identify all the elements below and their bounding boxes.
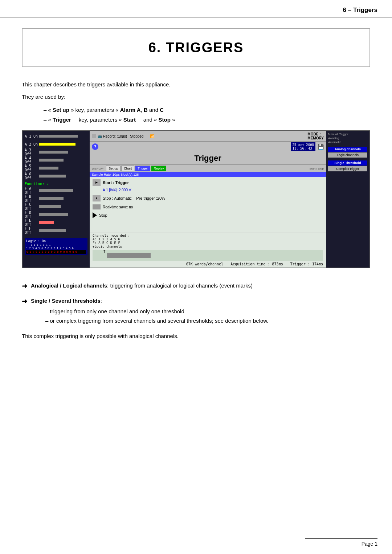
- wifi-icon: 📶: [150, 134, 154, 138]
- channel-label-a3: A 3 Off: [25, 148, 39, 156]
- right-panel: Manual: Trigger Awaiting Automatic Analo…: [326, 131, 369, 268]
- start-trigger-row: ▶ Start : Trigger: [93, 179, 323, 186]
- complex-trigger-button[interactable]: Complex trigger: [328, 166, 367, 171]
- intro-paragraph2: They are used by:: [22, 93, 370, 101]
- threshold-list: triggering from only one channel and onl…: [45, 307, 370, 325]
- single-threshold-button[interactable]: Single Threshold: [328, 160, 367, 166]
- analog-channels-button[interactable]: Analog channels: [328, 147, 367, 152]
- stop-icon: ■: [93, 195, 101, 201]
- section-text-1: Analogical / Logical channels: triggerin…: [31, 281, 253, 290]
- logic-numbers1: 1 1 1 1 1 1 1: [26, 244, 86, 247]
- stop-row: ■ Stop : Automatic Pre trigger :20%: [93, 195, 323, 201]
- section-thresholds: ➜ Single / Several thresholds: triggerin…: [22, 297, 370, 325]
- page-footer: Page 1: [305, 538, 377, 547]
- tab-setup[interactable]: Set up: [106, 166, 121, 171]
- tab-display-label: DISPLAY: [92, 167, 104, 170]
- threshold-list-item2: or complex triggering from several chann…: [45, 316, 370, 326]
- page-header: 6 – Triggers: [0, 0, 392, 17]
- channel-row-fb: F B Off: [25, 195, 87, 202]
- bottom-info: Channels recorded : A: 1 2 3 4 5 6 F: A …: [90, 232, 326, 268]
- top-bar: 📺 Record: (10µs) Stopped 📶 MODE :MEMORY: [90, 131, 326, 142]
- channel-bar-a3: [39, 150, 87, 154]
- stop-text: Stop : Automatic Pre trigger :20%: [103, 196, 165, 200]
- channel-row-a5: A 5 Off: [25, 164, 87, 172]
- tab-trigger[interactable]: Trigger: [135, 166, 150, 171]
- record-dot-icon: [92, 134, 96, 138]
- stop-button-row: Stop: [93, 212, 323, 218]
- channel-bar-a6: [39, 174, 87, 178]
- help-icon[interactable]: ?: [92, 143, 98, 150]
- instrument-screenshot: A 1 On A 2 On A 3 Off A 4 Off: [22, 130, 370, 268]
- logic-numbers2: 1 2 3 4 5 6 7 8 9 0 1 2 3 4 5 6: [26, 247, 86, 250]
- logic-channels-button[interactable]: Logic channels: [328, 152, 367, 158]
- threshold-list-item1: triggering from only one channel and onl…: [45, 307, 370, 316]
- bottom-stats: 67K words/channel Acquisition time : 873…: [93, 262, 323, 266]
- channel-value-text: A 1 [lbl4]: 2.000 V: [103, 188, 323, 192]
- channel-row-a4: A 4 Off: [25, 156, 87, 164]
- channel-bar-a5: [39, 166, 87, 170]
- channel-row-fd: F D Off: [25, 211, 87, 218]
- intro-paragraph1: This chapter describes the triggers avai…: [22, 80, 370, 89]
- channels-recorded: Channels recorded : A: 1 2 3 4 5 6 F: A …: [93, 234, 323, 248]
- page-number: Page 1: [362, 541, 377, 547]
- chapter-title: 6. TRIGGERS: [30, 40, 362, 56]
- channel-row-ff: F F Off: [25, 227, 87, 234]
- record-label: 📺 Record: (10µs): [98, 134, 127, 138]
- left-channel-panel: A 1 On A 2 On A 3 Off A 4 Off: [23, 131, 90, 268]
- channel-bar-a1: [39, 134, 87, 138]
- second-bar: ? 25 oct 200811: 56: 43 💾: [90, 142, 326, 152]
- section-thresholds-content: Single / Several thresholds: triggering …: [31, 297, 370, 325]
- arrow-icon-2: ➜: [22, 297, 27, 305]
- channel-label-fe: F E Off: [25, 219, 39, 227]
- tab-chart[interactable]: Chart: [121, 166, 134, 171]
- floppy-icon: 💾: [318, 144, 324, 150]
- datetime-display: 25 oct 200811: 56: 43: [291, 142, 315, 151]
- function-label: Function: ✓: [25, 182, 87, 186]
- channel-row-fe: F E Off: [25, 219, 87, 226]
- mode-text: MODE :MEMORY: [307, 132, 324, 140]
- tab-replay[interactable]: Replay: [151, 166, 166, 171]
- realtime-row: Real-time save: no: [93, 204, 323, 209]
- main-display-panel: 📺 Record: (10µs) Stopped 📶 MODE :MEMORY …: [90, 131, 326, 268]
- timeline-t-label: T: [103, 250, 105, 253]
- trigger-stat: Trigger : 174ms: [290, 262, 323, 266]
- record-status: Stopped: [130, 134, 143, 138]
- words-stat: 67K words/channel: [186, 262, 223, 266]
- complex-note: This complex triggering is only possible…: [22, 332, 370, 341]
- channel-label-a4: A 4 Off: [25, 156, 39, 164]
- channel-label-fa: F A Off: [25, 187, 39, 195]
- intro-list-item1: « Set up » key, parameters « Alarm A, B …: [44, 105, 370, 115]
- channel-bar-a4: [39, 158, 87, 162]
- channel-row-fa: F A Off: [25, 187, 87, 194]
- timeline-area: T: [93, 250, 323, 261]
- channel-label-a1: A 1 On: [25, 134, 39, 138]
- intro-list: « Set up » key, parameters « Alarm A, B …: [44, 105, 370, 125]
- channel-label-fd: F D Off: [25, 211, 39, 219]
- trigger-mode-section: Manual: Trigger Awaiting Automatic: [328, 133, 367, 144]
- sample-rate-bar: Sample Rate :10µs Block(s):128: [90, 172, 326, 177]
- channel-label-ff: F F Off: [25, 227, 39, 235]
- stop-arrow-icon: [93, 212, 97, 218]
- trigger-info-area: ▶ Start : Trigger A 1 [lbl4]: 2.000 V ■ …: [90, 177, 326, 232]
- channel-row-a2: A 2 On: [25, 140, 87, 148]
- channel-label-a5: A 5 Off: [25, 164, 39, 172]
- awaiting-label: Awaiting: [328, 137, 367, 140]
- acq-time-stat: Acquisition time : 873ms: [230, 262, 283, 266]
- logic-bits: 0 0 : 0 0 0 0 0 0 3 0 0 0 0 0 0 0: [26, 250, 86, 254]
- channel-type-section: Analog channels Logic channels: [328, 147, 367, 158]
- record-indicator: 📺 Record: (10µs): [92, 134, 127, 138]
- start-stop-label: Start / Slop: [309, 167, 324, 170]
- logic-section: Logic : On 1 1 1 1 1 1 1 1 2 3 4 5 6 7 8…: [25, 238, 87, 255]
- start-icon: ▶: [93, 179, 101, 186]
- arrow-icon-1: ➜: [22, 282, 27, 290]
- channel-label-fc: F C Off: [25, 203, 39, 211]
- chapter-title-box: 6. TRIGGERS: [22, 28, 370, 67]
- automatic-label: Automatic: [328, 140, 367, 144]
- channel-label-a6: A 6 Off: [25, 172, 39, 180]
- channel-row-fc: F C Off: [25, 203, 87, 210]
- intro-list-item2: « Trigger key, parameters « Start and « …: [44, 115, 370, 125]
- channel-label-fb: F B Off: [25, 195, 39, 203]
- threshold-section: Single Threshold Complex trigger: [328, 160, 367, 171]
- section-title-2: Single / Several thresholds:: [31, 297, 370, 305]
- channel-row-a3: A 3 Off: [25, 148, 87, 156]
